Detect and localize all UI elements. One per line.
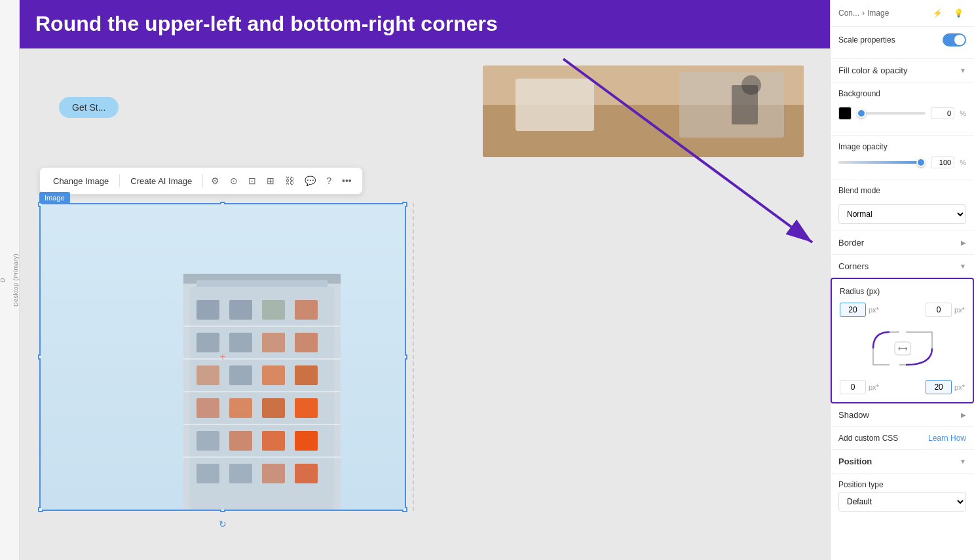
left-sidebar: Desktop (Primary) D xyxy=(0,0,20,560)
position-arrow: ▼ xyxy=(960,458,966,465)
add-css-label: Add custom CSS xyxy=(838,434,898,443)
background-slider[interactable] xyxy=(857,112,926,115)
breadcrumb: Con... › Image xyxy=(838,9,889,18)
fill-color-arrow: ▼ xyxy=(960,67,966,74)
sidebar-label-desktop: Desktop (Primary) xyxy=(12,248,19,312)
radius-tr-input[interactable] xyxy=(926,303,952,317)
radius-bl-input[interactable] xyxy=(840,380,866,394)
position-label: Position xyxy=(838,457,872,466)
svg-text:⟷: ⟷ xyxy=(898,345,907,352)
radius-br-input[interactable] xyxy=(926,380,952,394)
learn-how-link[interactable]: Learn How xyxy=(928,434,966,443)
breadcrumb-parent: Con... xyxy=(838,9,859,18)
corner-diagram-svg: ⟷ xyxy=(863,322,942,375)
background-label: Background xyxy=(838,89,880,98)
svg-rect-20 xyxy=(197,398,219,418)
help-icon-button[interactable]: ? xyxy=(324,173,334,189)
background-section: Background % xyxy=(831,83,974,136)
fill-color-title: Fill color & opacity xyxy=(838,65,907,75)
change-image-label: Change Image xyxy=(53,176,109,186)
radius-tl-input[interactable] xyxy=(840,303,866,317)
position-type-label: Position type xyxy=(838,480,966,489)
border-label: Border xyxy=(838,238,864,248)
radius-label: Radius (px) xyxy=(840,287,965,296)
layers-icon-button[interactable]: ⊙ xyxy=(227,173,240,189)
image-opacity-slider-thumb[interactable] xyxy=(916,158,926,167)
radius-br-unit: px* xyxy=(954,383,965,391)
image-badge-label: Image xyxy=(45,194,65,202)
shadow-arrow: ▶ xyxy=(961,411,966,419)
svg-rect-13 xyxy=(229,333,252,352)
building-photo: + xyxy=(41,204,405,510)
bulb-icon[interactable]: 💡 xyxy=(950,5,966,21)
canvas-area: Round the upper-left and bottom-right co… xyxy=(20,0,830,560)
selected-image-container[interactable]: ↗ xyxy=(39,203,406,511)
image-opacity-slider-container: % xyxy=(838,157,966,168)
image-opacity-slider[interactable] xyxy=(838,161,926,164)
link-icon-button[interactable]: ⛓ xyxy=(282,173,297,189)
background-color-swatch[interactable] xyxy=(838,107,852,120)
scale-toggle[interactable] xyxy=(943,33,966,47)
corners-section-header[interactable]: Corners ▼ xyxy=(831,255,974,278)
get-started-label: Get St... xyxy=(72,102,105,113)
image-opacity-label-row: Image opacity xyxy=(838,142,966,151)
corners-arrow: ▼ xyxy=(960,263,966,270)
breadcrumb-sep: › xyxy=(862,9,865,18)
shadow-label: Shadow xyxy=(838,410,869,420)
sky-background: + xyxy=(41,204,405,510)
fill-color-section-header[interactable]: Fill color & opacity ▼ xyxy=(831,59,974,83)
position-section-header[interactable]: Position ▼ xyxy=(831,450,974,474)
svg-rect-10 xyxy=(262,300,285,320)
corners-label: Corners xyxy=(838,261,869,271)
svg-rect-16 xyxy=(197,365,219,385)
svg-rect-27 xyxy=(295,431,318,451)
crosshair: + xyxy=(219,351,225,363)
svg-rect-12 xyxy=(197,333,219,352)
radius-tr-unit: px* xyxy=(954,306,965,314)
workspace-image xyxy=(483,65,804,157)
svg-rect-21 xyxy=(229,398,252,418)
svg-rect-38 xyxy=(197,280,328,287)
image-opacity-unit: % xyxy=(960,159,966,166)
svg-rect-23 xyxy=(295,398,318,418)
image-opacity-slider-fill xyxy=(838,161,926,164)
blend-mode-label: Blend mode xyxy=(838,186,880,195)
svg-rect-18 xyxy=(262,365,285,385)
blend-mode-dropdown[interactable]: Normal xyxy=(838,204,966,224)
svg-rect-29 xyxy=(229,464,252,483)
background-slider-thumb[interactable] xyxy=(857,109,866,118)
breadcrumb-current: Image xyxy=(867,9,889,18)
lightning-icon[interactable]: ⚡ xyxy=(929,5,945,21)
background-control-row: % xyxy=(838,103,966,123)
settings-icon-button[interactable]: ⚙ xyxy=(208,173,222,189)
rotation-handle[interactable]: ↻ xyxy=(219,519,227,529)
svg-rect-2 xyxy=(515,79,594,131)
background-label-row: Background xyxy=(838,89,966,98)
add-css-row: Add custom CSS Learn How xyxy=(831,427,974,450)
image-badge: Image xyxy=(39,192,70,204)
get-started-button[interactable]: Get St... xyxy=(59,97,119,118)
background-value-input[interactable] xyxy=(931,107,954,119)
sidebar-label-d: D xyxy=(0,272,6,288)
image-opacity-value-input[interactable] xyxy=(931,157,954,168)
resize-icon-button[interactable]: ⊞ xyxy=(264,173,277,189)
panel-header: Con... › Image ⚡ 💡 xyxy=(831,0,974,27)
top-radius-row: px* px* xyxy=(840,303,965,317)
create-ai-image-button[interactable]: Create AI Image xyxy=(125,174,197,189)
radius-tl-group: px* xyxy=(840,303,879,317)
border-section-header[interactable]: Border ▶ xyxy=(831,231,974,255)
comment-icon-button[interactable]: 💬 xyxy=(302,173,318,189)
crop-icon-button[interactable]: ⊡ xyxy=(246,173,259,189)
shadow-section-header[interactable]: Shadow ▶ xyxy=(831,403,974,427)
radius-bl-unit: px* xyxy=(869,383,879,391)
more-icon-button[interactable]: ••• xyxy=(339,173,354,189)
position-section: Position type Default xyxy=(831,474,974,518)
svg-rect-28 xyxy=(197,464,219,483)
toolbar-divider-2 xyxy=(202,174,203,187)
svg-rect-17 xyxy=(229,365,252,385)
change-image-button[interactable]: Change Image xyxy=(48,174,114,189)
position-type-dropdown[interactable]: Default xyxy=(838,492,966,512)
svg-rect-30 xyxy=(262,464,285,483)
right-panel: Con... › Image ⚡ 💡 Scale properties Fill… xyxy=(830,0,974,560)
building-svg xyxy=(164,248,360,510)
